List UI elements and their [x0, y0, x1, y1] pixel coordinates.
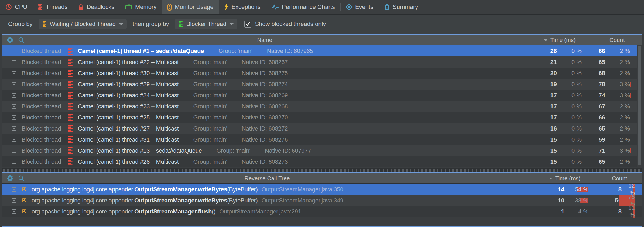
call-tree-row[interactable]: org.apache.logging.log4j.core.appender.O…: [2, 184, 642, 195]
horizontal-scrollbar[interactable]: [2, 168, 642, 172]
grouping-toolbar: Group by Waiting / Blocked Thread then g…: [0, 15, 644, 34]
expand-icon[interactable]: [12, 138, 16, 142]
time-percent: 0 %: [568, 81, 592, 88]
expand-icon[interactable]: [12, 60, 16, 64]
expand-icon[interactable]: [12, 104, 16, 109]
expand-icon[interactable]: [12, 160, 16, 164]
call-tree-row[interactable]: org.apache.logging.log4j.core.appender.O…: [2, 206, 642, 217]
tab-performance-charts[interactable]: Performance Charts: [266, 0, 340, 14]
group-by-select-primary[interactable]: Waiting / Blocked Thread: [39, 19, 127, 29]
expand-icon[interactable]: [12, 93, 16, 98]
traffic-light-icon: [167, 4, 172, 11]
tab-label: CPU: [15, 4, 27, 11]
thread-row[interactable]: Blocked thread Camel (camel-1) thread #2…: [2, 79, 642, 90]
count-percent: 2 %: [618, 114, 637, 121]
tab-label: Deadlocks: [87, 4, 114, 11]
expand-icon[interactable]: [12, 149, 16, 153]
search-icon[interactable]: [18, 37, 24, 43]
thread-row[interactable]: Blocked thread Camel (camel-1) thread #3…: [2, 134, 642, 145]
expand-icon[interactable]: [12, 115, 16, 120]
performance-charts-icon: [271, 4, 279, 10]
thread-group: Group: 'main': [193, 125, 227, 132]
blocked-thread-label: Blocked thread: [22, 48, 61, 55]
count-value: 68: [592, 70, 618, 77]
scrollbar-thumb[interactable]: [638, 46, 641, 165]
tab-label: Performance Charts: [282, 4, 335, 11]
expand-icon[interactable]: [12, 126, 16, 131]
blocked-thread-label: Blocked thread: [22, 92, 61, 99]
count-value: 66: [592, 48, 618, 55]
tab-cpu[interactable]: CPU: [0, 0, 33, 14]
gear-icon[interactable]: [7, 37, 13, 43]
count-value: 78: [592, 81, 618, 88]
count-column-header[interactable]: Count: [597, 173, 642, 183]
expand-icon[interactable]: [12, 187, 16, 192]
show-blocked-checkbox[interactable]: [244, 21, 251, 28]
count-column-header[interactable]: Count: [592, 35, 642, 45]
count-value: 67: [592, 103, 618, 110]
count-percent: 2 %: [618, 70, 637, 77]
tab-summary[interactable]: Summary: [379, 0, 423, 14]
count-percent: 3 %: [618, 147, 637, 154]
group-by-select-secondary[interactable]: Blocker Thread: [175, 19, 238, 29]
thread-row[interactable]: Blocked thread Camel (camel-1) thread #1…: [2, 145, 642, 156]
method-args: (ByteBuffer): [227, 197, 258, 204]
tab-events[interactable]: Events: [340, 0, 379, 14]
time-percent: 0 %: [568, 92, 592, 99]
thread-group: Group: 'main': [193, 114, 227, 121]
thread-row[interactable]: Blocked thread Camel (camel-1) thread #2…: [2, 101, 642, 112]
group-by-primary-value: Waiting / Blocked Thread: [50, 21, 116, 28]
thread-row[interactable]: Blocked thread Camel (camel-1) thread #1…: [2, 45, 642, 56]
sort-descending-icon: [549, 178, 553, 181]
thread-row[interactable]: Blocked thread Camel (camel-1) thread #2…: [2, 90, 642, 101]
tab-label: Exceptions: [231, 4, 261, 11]
method-package: org.apache.logging.log4j.core.appender.: [32, 186, 134, 193]
search-icon[interactable]: [18, 175, 24, 181]
time-column-header[interactable]: Time (ms): [527, 35, 592, 45]
tab-deadlocks[interactable]: Deadlocks: [73, 0, 120, 14]
time-column-header[interactable]: Time (ms): [532, 173, 597, 183]
tab-monitor-usage[interactable]: Monitor Usage: [162, 0, 219, 14]
blocked-thread-label: Blocked thread: [22, 147, 61, 154]
name-column-header[interactable]: Name: [2, 37, 527, 43]
thread-group: Group: 'main': [193, 70, 227, 77]
blocked-thread-label: Blocked thread: [22, 81, 61, 88]
thread-row[interactable]: Blocked thread Camel (camel-1) thread #2…: [2, 156, 642, 167]
count-percent: 2 %: [618, 125, 637, 132]
thread-name: Camel (camel-1) thread #24 – Multicast: [78, 92, 179, 99]
thread-row[interactable]: Blocked thread Camel (camel-1) thread #2…: [2, 123, 642, 134]
thread-name: Camel (camel-1) thread #13 – seda://data…: [78, 147, 202, 154]
thread-row[interactable]: Blocked thread Camel (camel-1) thread #2…: [2, 56, 642, 68]
count-percent: 3 %: [618, 81, 637, 88]
expand-icon[interactable]: [12, 82, 16, 86]
expand-icon[interactable]: [12, 71, 16, 75]
time-value: 15: [527, 158, 568, 165]
blocked-thread-label: Blocked thread: [22, 158, 61, 165]
expand-icon[interactable]: [12, 198, 16, 203]
gear-icon[interactable]: [7, 175, 13, 181]
thread-row[interactable]: Blocked thread Camel (camel-1) thread #2…: [2, 112, 642, 123]
expand-icon[interactable]: [12, 209, 16, 214]
tab-label: Memory: [135, 4, 156, 11]
time-percent: 0 %: [568, 136, 592, 143]
tab-memory[interactable]: Memory: [120, 0, 162, 14]
blocked-thread-label: Blocked thread: [22, 103, 61, 110]
blocked-thread-label: Blocked thread: [22, 114, 61, 121]
chevron-down-icon: [230, 23, 234, 27]
tab-threads[interactable]: Threads: [33, 0, 73, 14]
thread-group: Group: 'main': [193, 158, 227, 165]
thread-native-id: Native ID: 608273: [242, 158, 288, 165]
cpu-icon: [5, 4, 12, 10]
time-value: 20: [527, 70, 568, 77]
time-value: 14: [532, 186, 573, 193]
thread-row[interactable]: Blocked thread Camel (camel-1) thread #3…: [2, 68, 642, 79]
time-value: 21: [527, 59, 568, 66]
reverse-call-tree-panel: Reverse Call Tree Time (ms) Count org.ap…: [2, 172, 642, 227]
vertical-scrollbar[interactable]: [637, 45, 642, 167]
thread-native-id: Native ID: 608272: [242, 125, 288, 132]
tab-exceptions[interactable]: Exceptions: [219, 0, 266, 14]
time-percent: 0 %: [568, 103, 592, 110]
call-tree-row[interactable]: org.apache.logging.log4j.core.appender.O…: [2, 195, 642, 206]
show-blocked-label[interactable]: Show blocked threads only: [255, 21, 326, 28]
expand-icon[interactable]: [12, 49, 16, 53]
